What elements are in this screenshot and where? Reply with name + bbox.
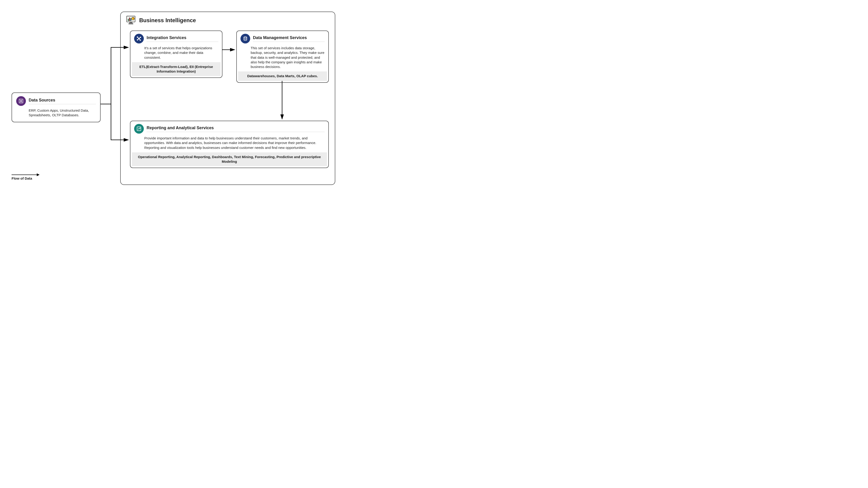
integration-examples: ETL(Extract-Transform-Load), EII (Entrep…: [132, 62, 221, 76]
reporting-title: Reporting and Analytical Services: [147, 126, 324, 132]
svg-rect-7: [130, 19, 131, 21]
integration-services-box: Integration Services It's a set of servi…: [130, 31, 222, 78]
data-mgmt-desc: This set of services includes data stora…: [237, 43, 328, 71]
data-mgmt-title: Data Management Services: [253, 35, 324, 42]
integration-title: Integration Services: [147, 35, 218, 42]
diagram-canvas: Data Sources ERP, Custom Apps, Unstructu…: [5, 5, 342, 192]
legend-text: Flow of Data: [11, 176, 39, 180]
svg-rect-4: [129, 24, 133, 24]
reporting-examples: Operational Reporting, Analytical Report…: [132, 152, 327, 166]
data-sources-title: Data Sources: [29, 98, 96, 104]
svg-point-1: [20, 100, 22, 102]
svg-rect-3: [130, 23, 132, 24]
monitor-chart-icon: [126, 15, 136, 26]
data-sources-body: ERP, Custom Apps, Unstructured Data, Spr…: [16, 106, 96, 119]
bi-container: Business Intelligence: [120, 11, 335, 185]
reporting-box: Reporting and Analytical Services Provid…: [130, 121, 329, 168]
data-mgmt-box: Data Management Services This set of ser…: [236, 31, 329, 83]
data-mgmt-examples: Datawarehouses, Data Marts, OLAP cubes.: [238, 71, 327, 81]
svg-rect-6: [129, 18, 130, 21]
flow-legend: Flow of Data: [11, 174, 39, 180]
data-sources-box: Data Sources ERP, Custom Apps, Unstructu…: [11, 93, 100, 122]
gear-box-icon: [16, 96, 26, 106]
integration-desc: It's a set of services that helps organi…: [130, 43, 222, 62]
svg-point-18: [244, 37, 247, 38]
database-icon: [241, 34, 250, 43]
nodes-icon: [134, 34, 144, 43]
bi-title: Business Intelligence: [139, 17, 196, 24]
svg-rect-0: [19, 99, 23, 103]
svg-rect-5: [128, 19, 129, 21]
chart-up-icon: [134, 124, 144, 134]
legend-arrow-icon: [11, 174, 39, 175]
reporting-desc: Provide important information and data t…: [130, 134, 328, 152]
